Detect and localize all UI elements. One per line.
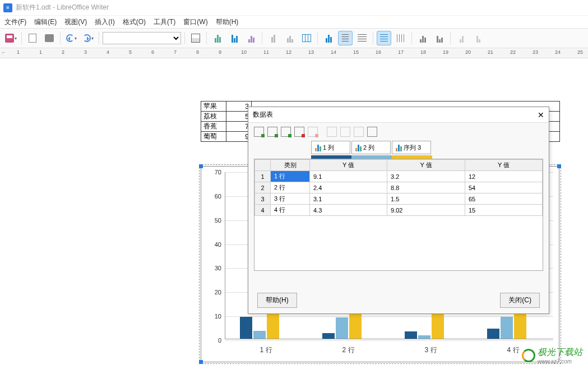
close-button[interactable]: 关闭(C) bbox=[500, 293, 540, 308]
series-header[interactable]: 2 列 bbox=[351, 141, 391, 154]
cell-value[interactable]: 9.02 bbox=[387, 205, 465, 216]
ruler-tick: 7 bbox=[174, 49, 177, 55]
chart-bar[interactable] bbox=[240, 317, 252, 339]
insert-row-button[interactable] bbox=[254, 127, 264, 137]
separator bbox=[21, 32, 22, 44]
ruler-tick: 3 bbox=[84, 49, 87, 55]
menu-window[interactable]: 窗口(W) bbox=[183, 17, 207, 27]
ruler-tick: 23 bbox=[533, 49, 538, 55]
vgrid-button[interactable] bbox=[393, 31, 408, 45]
cell-category[interactable]: 2 行 bbox=[271, 182, 310, 193]
move-row-down-button[interactable] bbox=[367, 127, 377, 137]
x-label: 1 行 bbox=[260, 345, 272, 355]
redo-button[interactable]: ▾ bbox=[81, 31, 95, 45]
watermark-url: www.xz7.com bbox=[538, 358, 582, 365]
cell-name[interactable]: 苹果 bbox=[201, 102, 226, 112]
ruler-tick: 18 bbox=[420, 49, 426, 55]
ruler-tick: 11 bbox=[263, 49, 269, 55]
data-table-dialog: 数据表 ✕ 1 列2 列序列 3 类别Y 值Y 值Y 值 1 1 行 9.1 3… bbox=[248, 107, 549, 314]
cell-category[interactable]: 1 行 bbox=[271, 171, 310, 182]
column-header[interactable]: 类别 bbox=[271, 160, 310, 171]
chart-bar[interactable] bbox=[405, 331, 417, 339]
resize-handle[interactable] bbox=[557, 164, 561, 168]
all-axes-button[interactable] bbox=[471, 31, 485, 45]
cell-name[interactable]: 葡萄 bbox=[201, 132, 226, 142]
undo-button[interactable]: ▾ bbox=[64, 31, 78, 45]
cell-value[interactable]: 4.3 bbox=[310, 205, 387, 216]
close-icon[interactable]: ✕ bbox=[538, 110, 544, 119]
chart-area-button[interactable] bbox=[283, 31, 297, 45]
cell-value[interactable]: 65 bbox=[465, 193, 542, 205]
z-axis-button[interactable] bbox=[454, 31, 469, 45]
new-doc-button[interactable] bbox=[25, 31, 40, 45]
chart-bar[interactable] bbox=[418, 335, 430, 339]
chart-type-3-button[interactable] bbox=[244, 31, 258, 45]
column-header[interactable] bbox=[255, 160, 271, 171]
separator bbox=[99, 32, 99, 44]
chart-type-1-button[interactable] bbox=[210, 31, 225, 45]
menu-view[interactable]: 视图(V) bbox=[64, 17, 87, 27]
row-number[interactable]: 3 bbox=[255, 193, 271, 205]
cell-value[interactable]: 54 bbox=[465, 182, 542, 193]
x-axis-button[interactable] bbox=[415, 31, 430, 45]
cell-value[interactable]: 3.2 bbox=[387, 171, 465, 182]
insert-col-button[interactable] bbox=[267, 127, 277, 137]
chart-bar[interactable] bbox=[501, 317, 513, 339]
chart-bar[interactable] bbox=[487, 329, 499, 339]
column-header[interactable]: Y 值 bbox=[465, 160, 542, 171]
move-row-up-button[interactable] bbox=[354, 127, 364, 137]
row-number[interactable]: 1 bbox=[255, 171, 271, 182]
ruler-tick: 17 bbox=[398, 49, 404, 55]
legend-button[interactable] bbox=[338, 31, 353, 45]
column-header[interactable]: Y 值 bbox=[310, 160, 387, 171]
row-number[interactable]: 4 bbox=[255, 205, 271, 216]
chart-bar[interactable] bbox=[322, 333, 335, 339]
style-combo[interactable] bbox=[103, 32, 181, 44]
cell-value[interactable]: 3.1 bbox=[310, 193, 387, 205]
cell-value[interactable]: 9.1 bbox=[310, 171, 387, 182]
horizontal-ruler: ⌐ 11234567891011121314151617181920212223… bbox=[0, 48, 588, 58]
chart-type-2-button[interactable] bbox=[227, 31, 242, 45]
menu-help[interactable]: 帮助(H) bbox=[216, 17, 239, 27]
chart-bar[interactable] bbox=[267, 310, 279, 339]
delete-row-button[interactable] bbox=[294, 127, 304, 137]
delete-col-button[interactable] bbox=[308, 127, 318, 137]
resize-handle[interactable] bbox=[199, 164, 203, 168]
cell-value[interactable]: 15 bbox=[465, 205, 542, 216]
chart-bar[interactable] bbox=[336, 317, 348, 339]
menu-insert[interactable]: 插入(I) bbox=[95, 17, 114, 27]
cell-category[interactable]: 4 行 bbox=[271, 205, 310, 216]
cell-category[interactable]: 3 行 bbox=[271, 193, 310, 205]
hgrid-button[interactable] bbox=[377, 31, 391, 45]
chart-3d-button[interactable] bbox=[266, 31, 280, 45]
y-axis-button[interactable] bbox=[432, 31, 447, 45]
menu-tools[interactable]: 工具(T) bbox=[154, 17, 175, 27]
row-number[interactable]: 2 bbox=[255, 182, 271, 193]
cell-value[interactable]: 2.4 bbox=[310, 182, 387, 193]
move-col-right-button[interactable] bbox=[340, 127, 350, 137]
data-grid[interactable]: 类别Y 值Y 值Y 值 1 1 行 9.1 3.2 122 2 行 2.4 8.… bbox=[254, 159, 543, 271]
save-button[interactable]: ▾ bbox=[3, 31, 18, 45]
series-header[interactable]: 序列 3 bbox=[392, 141, 431, 154]
print-button[interactable] bbox=[42, 31, 57, 45]
cell-value[interactable]: 8.8 bbox=[387, 182, 465, 193]
menu-file[interactable]: 文件(F) bbox=[4, 17, 26, 27]
insert-text-col-button[interactable] bbox=[281, 127, 291, 137]
cell-name[interactable]: 香蕉 bbox=[201, 122, 226, 132]
column-header[interactable]: Y 值 bbox=[387, 160, 465, 171]
help-button[interactable]: 帮助(H) bbox=[257, 293, 297, 308]
cell-value[interactable]: 12 bbox=[465, 171, 542, 182]
chart-bar[interactable] bbox=[253, 331, 266, 339]
cell-value[interactable]: 1.5 bbox=[387, 193, 465, 205]
axis-title-button[interactable] bbox=[355, 31, 369, 45]
menu-format[interactable]: 格式(O) bbox=[123, 17, 146, 27]
data-table-button[interactable] bbox=[299, 31, 314, 45]
cell-name[interactable]: 荔枝 bbox=[201, 112, 226, 122]
format-button[interactable] bbox=[188, 31, 203, 45]
series-header[interactable]: 1 列 bbox=[311, 141, 350, 154]
chart-bar-button[interactable] bbox=[321, 31, 336, 45]
resize-handle[interactable] bbox=[199, 360, 203, 364]
menu-edit[interactable]: 编辑(E) bbox=[34, 17, 57, 27]
series-color bbox=[351, 155, 392, 159]
move-col-left-button[interactable] bbox=[327, 127, 337, 137]
